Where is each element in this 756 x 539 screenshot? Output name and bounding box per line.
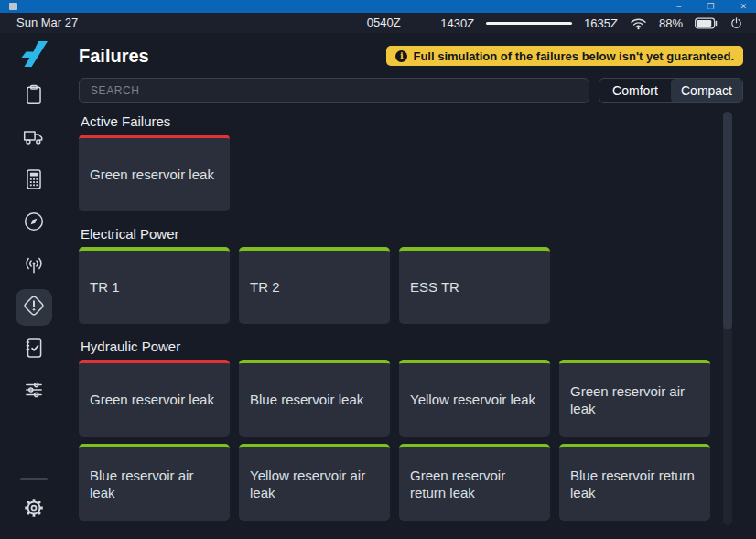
failure-card-label: Blue reservoir leak (250, 391, 363, 409)
compass-icon (22, 210, 46, 237)
page-title: Failures (79, 46, 149, 67)
failures-page: Failures i Full simulation of the failur… (68, 33, 756, 539)
wifi-icon (630, 16, 647, 30)
failure-card-label: Green reservoir leak (90, 166, 214, 184)
journal-check-icon (22, 336, 46, 363)
close-button[interactable]: ✕ (740, 3, 747, 11)
warning-banner: i Full simulation of the failures below … (386, 46, 743, 66)
warning-banner-text: Full simulation of the failures below is… (413, 49, 734, 63)
failure-card-label: Green reservoir air leak (570, 383, 699, 418)
failure-card[interactable]: Blue reservoir return leak (559, 444, 710, 521)
status-date: Sun Mar 27 (16, 16, 78, 29)
maximize-button[interactable]: ❐ (707, 3, 714, 11)
failure-card-grid: TR 1 TR 2 ESS TR (79, 247, 710, 324)
failure-card[interactable]: ESS TR (399, 247, 550, 324)
minimize-button[interactable]: – (676, 3, 681, 11)
section-title: Electrical Power (81, 226, 710, 242)
failure-card-grid: Green reservoir leak Blue reservoir leak… (79, 360, 710, 521)
failure-card-label: TR 2 (250, 278, 280, 296)
view-compact-button[interactable]: Compact (671, 79, 742, 102)
failure-card[interactable]: Blue reservoir leak (239, 360, 390, 437)
search-input[interactable] (79, 78, 589, 103)
window-app-icon (9, 3, 17, 10)
sidebar-item-performance[interactable] (16, 163, 52, 199)
gear-icon (22, 496, 46, 523)
scrollbar-thumb[interactable] (723, 112, 732, 329)
failure-card-label: TR 1 (90, 278, 120, 296)
section-title: Active Failures (81, 113, 710, 129)
failure-card[interactable]: TR 1 (79, 247, 230, 324)
sidebar-item-failures[interactable] (16, 289, 52, 326)
failure-card-label: Yellow reservoir air leak (250, 467, 379, 502)
failure-card[interactable]: Green reservoir leak (79, 135, 230, 211)
battery-percent: 88% (659, 16, 683, 30)
failure-card[interactable]: Green reservoir return leak (399, 444, 550, 521)
power-icon[interactable] (729, 16, 743, 30)
sidebar-item-settings[interactable] (16, 491, 52, 528)
sidebar-item-atc[interactable] (16, 247, 52, 284)
sidebar (0, 33, 68, 539)
sidebar-item-presets[interactable] (16, 373, 52, 410)
info-icon: i (395, 50, 407, 62)
sidebar-item-ground[interactable] (16, 121, 52, 157)
failure-card-label: Green reservoir return leak (410, 467, 539, 502)
failure-card[interactable]: Yellow reservoir air leak (239, 444, 390, 521)
failure-card[interactable]: Green reservoir air leak (559, 360, 710, 437)
scrollbar-track[interactable] (723, 112, 732, 525)
status-current-time: 0540Z (367, 16, 401, 29)
view-mode-toggle: Comfort Compact (599, 78, 743, 103)
failure-card-label: Green reservoir leak (90, 391, 214, 409)
failure-card-label: Yellow reservoir leak (410, 391, 535, 409)
view-comfort-button[interactable]: Comfort (599, 79, 671, 102)
clipboard-icon (22, 83, 46, 111)
sidebar-divider (20, 478, 48, 480)
sliders-icon (22, 378, 46, 405)
exclamation-diamond-icon (22, 294, 46, 321)
flight-progress-bar (486, 22, 572, 25)
section-hydraulic-power: Hydraulic Power Green reservoir leak Blu… (79, 339, 710, 521)
calculator-icon (22, 167, 46, 195)
failure-card[interactable]: Green reservoir leak (79, 360, 230, 437)
failure-card-label: ESS TR (410, 278, 459, 296)
failure-card[interactable]: Blue reservoir air leak (79, 444, 230, 521)
flybywire-logo (19, 40, 49, 71)
broadcast-icon (22, 252, 46, 279)
failure-card-label: Blue reservoir air leak (90, 467, 219, 502)
status-arrival-time: 1635Z (584, 16, 618, 30)
status-departure-time: 1430Z (440, 16, 474, 30)
sidebar-item-checklists[interactable] (16, 331, 52, 368)
section-active-failures: Active Failures Green reservoir leak (79, 113, 710, 211)
section-title: Hydraulic Power (81, 339, 710, 354)
battery-icon (695, 17, 718, 29)
failure-card-label: Blue reservoir return leak (570, 467, 699, 502)
section-electrical-power: Electrical Power TR 1 TR 2 ESS TR (79, 226, 710, 324)
status-bar: Sun Mar 27 0540Z 1430Z 1635Z 88% (0, 13, 756, 33)
sidebar-item-dashboard[interactable] (16, 79, 52, 115)
failures-scroll-area: Active Failures Green reservoir leak Ele… (79, 111, 743, 539)
failure-card-grid: Green reservoir leak (79, 135, 710, 211)
sidebar-item-navigation[interactable] (16, 205, 52, 242)
truck-icon (22, 125, 46, 153)
failure-card[interactable]: Yellow reservoir leak (399, 360, 550, 437)
window-titlebar: – ❐ ✕ (0, 0, 756, 13)
failure-card[interactable]: TR 2 (239, 247, 390, 324)
